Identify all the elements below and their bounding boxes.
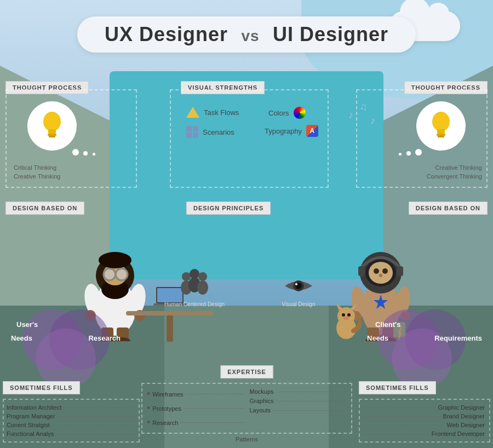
svg-rect-5 <box>437 129 445 134</box>
pet-character <box>331 301 362 341</box>
sf-left-item-3: Conent Stratgist <box>7 422 134 428</box>
venn-ui-needs: Needs <box>367 334 388 342</box>
svg-point-39 <box>369 262 393 284</box>
svg-point-24 <box>117 269 127 279</box>
expertise-layouts: Layouts <box>250 407 347 413</box>
task-flows-icon <box>186 107 199 118</box>
svg-point-23 <box>105 269 114 279</box>
typography-item: Typography A <box>265 125 318 137</box>
venn-ui-circle1: Client's <box>375 320 400 329</box>
svg-point-41 <box>382 268 388 274</box>
colors-item: Colors <box>268 107 306 119</box>
svg-point-52 <box>347 313 351 317</box>
visual-strengths-box <box>170 89 329 188</box>
human-centered-design: Human Centered Design <box>162 268 227 308</box>
venn-ux-needs: Needs <box>11 334 32 342</box>
expertise-research: • Research <box>147 417 244 428</box>
table-surface <box>126 311 214 341</box>
scenarios-item: Scenarios <box>186 126 234 138</box>
music-note-3: ♪ <box>370 115 375 127</box>
expertise-label: EXPERTISE <box>220 365 273 378</box>
expertise-wireframes: • Wireframes <box>147 388 244 400</box>
thought-bubble-ui <box>416 101 466 151</box>
svg-rect-3 <box>49 136 55 137</box>
venn-ux-circle1: User's <box>16 320 38 329</box>
expertise-mockups: Mockups <box>250 388 347 395</box>
expertise-prototypes: • Prototypes <box>147 403 244 414</box>
svg-rect-1 <box>48 129 56 134</box>
sometimes-fills-left-label: SOMETIMES FILLS <box>3 381 80 394</box>
expertise-section: EXPERTISE • Wireframes • Prototypes • Re… <box>141 365 352 443</box>
svg-point-53 <box>343 317 349 320</box>
sf-left-item-4: Functional Analys <box>7 430 134 437</box>
expertise-right: Mockups Graphics Layouts <box>250 388 347 428</box>
svg-rect-2 <box>48 134 56 136</box>
sometimes-fills-right-section: SOMETIMES FILLS Graphic Designer Brand D… <box>359 381 490 443</box>
title-ux: UX Designer <box>105 23 228 45</box>
expertise-graphics: Graphics <box>250 398 347 404</box>
sometimes-fills-left-section: SOMETIMES FILLS Information Architect Pr… <box>3 381 140 443</box>
music-note-2: ♫ <box>360 101 368 113</box>
venn-diagram-ux: User's Needs Research <box>8 307 129 383</box>
thought-dots-ux <box>71 148 96 159</box>
svg-point-40 <box>374 268 379 274</box>
sf-right-item-2: Brand Designer <box>363 413 485 420</box>
venn-ux-research: Research <box>88 334 121 342</box>
typography-icon: A <box>306 125 318 137</box>
design-based-on-left-label: DESIGN BASED ON <box>5 202 84 215</box>
sf-left-item-1: Information Architect <box>7 404 134 411</box>
svg-point-42 <box>379 274 382 277</box>
design-principles-label: DESIGN PRINCIPLES <box>186 202 271 215</box>
visual-design: Visual Design <box>268 274 329 308</box>
svg-point-58 <box>198 272 207 281</box>
svg-point-54 <box>182 272 191 281</box>
music-note-1: ♪ <box>348 110 353 121</box>
sometimes-fills-right-label: SOMETIMES FILLS <box>359 381 436 394</box>
design-based-on-right-label: DESIGN BASED ON <box>409 202 488 215</box>
ux-thought-text: Critical Thinking Creative Thinking <box>14 164 60 180</box>
expertise-patterns: Patterns <box>141 436 352 443</box>
sf-right-item-3: Web Designer <box>363 422 485 428</box>
svg-rect-44 <box>397 266 403 276</box>
svg-point-26 <box>99 252 131 268</box>
venn-diagram-ui: Client's Needs Requirements <box>364 307 485 383</box>
task-flows-item: Task Flows <box>186 107 239 118</box>
svg-point-59 <box>197 280 208 295</box>
expertise-left: • Wireframes • Prototypes • Research <box>147 388 244 428</box>
title-ui: UI Designer <box>273 23 388 45</box>
svg-rect-43 <box>358 266 365 276</box>
svg-point-51 <box>342 313 345 317</box>
ui-thought-text: Creative Thinking Convergent Thinking <box>427 164 482 180</box>
venn-ui-requirements: Requirements <box>434 334 482 342</box>
sf-left-item-2: Program Manager <box>7 413 134 420</box>
svg-rect-6 <box>437 134 445 136</box>
colors-icon <box>294 107 306 119</box>
sf-right-item-4: Frontend Developer <box>363 430 485 437</box>
title-pill: UX Designer vs UI Designer <box>77 16 416 53</box>
sf-right-item-1: Graphic Designer <box>363 404 485 411</box>
thought-dots-ui <box>398 148 423 159</box>
scenarios-icon <box>186 126 198 138</box>
svg-rect-7 <box>438 136 444 137</box>
thought-bubble-ux <box>27 101 77 151</box>
svg-point-0 <box>43 112 61 131</box>
svg-point-62 <box>295 283 297 285</box>
title-vs: vs <box>241 27 259 44</box>
svg-point-4 <box>432 112 450 131</box>
